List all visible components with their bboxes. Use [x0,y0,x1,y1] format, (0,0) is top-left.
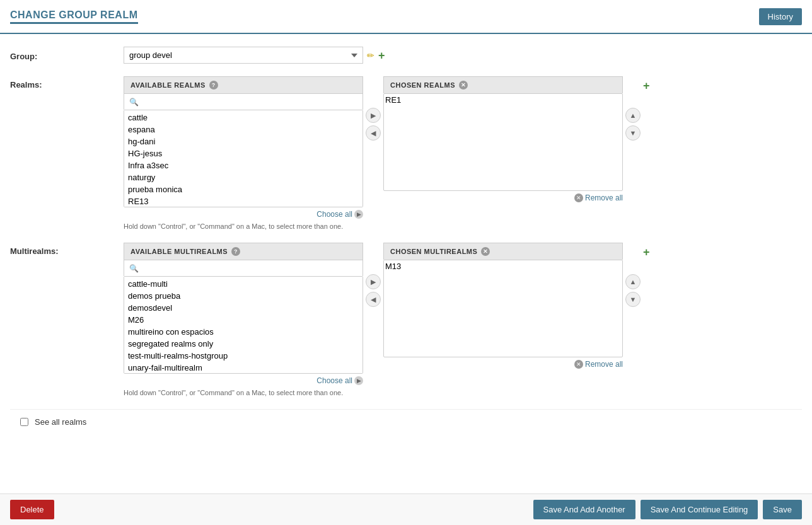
realms-choose-all-row: Choose all ▶ [124,210,363,219]
edit-icon[interactable]: ✏ [367,50,374,61]
multirealms-updown-arrows: ▲ ▼ [625,243,641,307]
page-header: CHANGE GROUP REALM History [0,0,812,34]
chosen-realms-list[interactable]: RE1 [383,93,623,191]
realms-search-icon: 🔍 [129,98,139,107]
multirealms-dual-list: AVAILABLE MULTIREALMS ? 🔍 cattle-multide… [124,243,802,385]
choose-all-arrow-icon: ▶ [354,210,363,219]
multirealms-remove-all-icon: ✕ [574,360,583,369]
add-group-icon[interactable]: + [378,50,385,61]
multirealms-help-text: Hold down "Control", or "Command" on a M… [124,389,802,396]
multirealms-choose-all-row: Choose all ▶ [124,376,363,385]
chosen-realms-clear-icon[interactable]: ✕ [459,81,468,89]
available-multirealms-title: AVAILABLE MULTIREALMS [130,248,228,255]
realms-dual-list: AVAILABLE REALMS ? 🔍 cattleespanahg-dani… [124,76,802,219]
multirealms-search-input[interactable] [142,263,357,273]
multirealms-move-right-button[interactable]: ▶ [366,274,381,289]
realms-remove-all-button[interactable]: ✕ Remove all [574,193,623,202]
chosen-realms-panel: CHOSEN REALMS ✕ RE1 ✕ Remove all [383,76,623,202]
realms-label: Realms: [10,76,124,89]
multirealms-search-bar: 🔍 [124,260,363,276]
chosen-multirealms-title: CHOSEN MULTIREALMS [390,248,477,255]
group-row: Group: group devel ✏ + [10,47,802,64]
chosen-realms-header: CHOSEN REALMS ✕ [383,76,623,93]
main-content: Group: group devel ✏ + Realms: AVAILABLE… [0,34,812,493]
realms-move-up-button[interactable]: ▲ [625,108,641,123]
group-label: Group: [10,47,124,61]
multirealms-add-icon-wrapper: + [643,243,650,258]
realms-add-icon-wrapper: + [643,76,650,91]
multirealms-remove-all-row: ✕ Remove all [383,360,623,369]
chosen-multirealms-panel: CHOSEN MULTIREALMS ✕ M13 ✕ Remove all [383,243,623,369]
realms-choose-all-button[interactable]: Choose all ▶ [316,210,363,219]
multirealms-content: AVAILABLE MULTIREALMS ? 🔍 cattle-multide… [124,243,802,396]
multirealms-move-up-button[interactable]: ▲ [625,274,641,289]
available-realms-help-icon[interactable]: ? [209,81,218,89]
realms-middle-arrows: ▶ ◀ [366,76,381,141]
available-realms-header: AVAILABLE REALMS ? [124,76,363,93]
multirealms-move-down-button[interactable]: ▼ [625,292,641,307]
available-realms-list[interactable]: cattleespanahg-daniHG-jesusInfra a3secna… [124,110,363,207]
chosen-multirealms-header: CHOSEN MULTIREALMS ✕ [383,243,623,260]
realms-updown-arrows: ▲ ▼ [625,76,641,141]
realms-move-left-button[interactable]: ◀ [366,125,381,141]
see-all-realms-checkbox[interactable] [20,418,28,426]
multirealms-label: Multirealms: [10,243,124,256]
group-select[interactable]: group devel [124,47,363,64]
chosen-multirealms-list[interactable]: M13 [383,260,623,357]
realms-search-bar: 🔍 [124,93,363,110]
available-multirealms-list[interactable]: cattle-multidemos pruebademosdevelM26mul… [124,276,363,374]
remove-all-icon: ✕ [574,193,583,202]
realms-row: Realms: AVAILABLE REALMS ? 🔍 cattleespan… [10,76,802,230]
multirealms-choose-all-button[interactable]: Choose all ▶ [316,376,363,385]
realms-move-down-button[interactable]: ▼ [625,125,641,141]
multirealms-remove-all-button[interactable]: ✕ Remove all [574,360,623,369]
realms-move-right-button[interactable]: ▶ [366,108,381,123]
realms-help-text: Hold down "Control", or "Command" on a M… [124,222,802,230]
available-realms-title: AVAILABLE REALMS [130,81,206,89]
page-title: CHANGE GROUP REALM [10,9,138,24]
multirealms-move-left-button[interactable]: ◀ [366,292,381,307]
see-all-realms-label[interactable]: See all realms [35,417,86,427]
multirealms-row: Multirealms: AVAILABLE MULTIREALMS ? 🔍 c… [10,243,802,396]
available-multirealms-help-icon[interactable]: ? [231,247,240,256]
history-button[interactable]: History [759,8,802,25]
multirealms-middle-arrows: ▶ ◀ [366,243,381,307]
multirealms-add-icon[interactable]: + [643,246,650,258]
group-field: group devel ✏ + [124,47,802,64]
multirealms-choose-all-arrow-icon: ▶ [354,376,363,385]
chosen-multirealms-clear-icon[interactable]: ✕ [481,247,490,256]
realms-content: AVAILABLE REALMS ? 🔍 cattleespanahg-dani… [124,76,802,230]
available-realms-panel: AVAILABLE REALMS ? 🔍 cattleespanahg-dani… [124,76,363,219]
available-multirealms-header: AVAILABLE MULTIREALMS ? [124,243,363,260]
available-multirealms-panel: AVAILABLE MULTIREALMS ? 🔍 cattle-multide… [124,243,363,385]
chosen-realms-title: CHOSEN REALMS [390,81,455,89]
see-all-realms-row: See all realms [10,409,802,434]
realms-add-icon[interactable]: + [643,79,650,92]
realms-remove-all-row: ✕ Remove all [383,193,623,202]
multirealms-search-icon: 🔍 [129,264,139,273]
realms-search-input[interactable] [142,97,357,107]
